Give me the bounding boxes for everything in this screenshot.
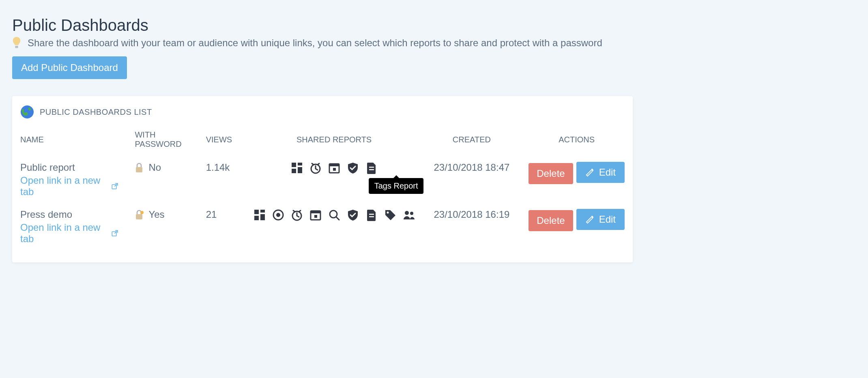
table-row: Public reportOpen link in a new tabNo1.1… [12,156,633,203]
views-value: 1.14k [198,156,245,203]
svg-rect-0 [15,46,18,48]
dashboard-name: Public report [20,162,118,173]
page-subtitle: Share the dashboard with your team or au… [28,37,602,49]
dashboard-report-icon[interactable] [254,209,266,223]
calendar-report-icon[interactable] [309,209,322,223]
edit-button[interactable]: Edit [576,209,625,230]
shield-report-icon[interactable] [347,209,359,223]
clock-report-icon[interactable] [309,162,322,176]
edit-button[interactable]: Edit [576,162,625,183]
doc-report-icon[interactable] [365,162,378,176]
col-with-password: WITH PASSWORD [127,125,198,156]
svg-point-4 [140,211,144,214]
delete-button[interactable]: Delete [529,210,573,231]
col-name: NAME [12,125,127,156]
open-link-new-tab[interactable]: Open link in a new tab [20,222,118,245]
dashboard-report-icon[interactable] [291,162,303,176]
with-password-value: Yes [148,209,164,220]
people-report-icon[interactable] [403,209,415,223]
dashboards-card: PUBLIC DASHBOARDS LIST NAME WITH PASSWOR… [12,96,633,262]
dashboards-table: NAME WITH PASSWORD VIEWS SHARED REPORTS … [12,125,633,250]
clock-report-icon[interactable] [291,209,303,223]
delete-button[interactable]: Delete [529,163,573,184]
col-views: VIEWS [198,125,245,156]
with-password-value: No [148,162,161,173]
svg-rect-2 [136,167,142,172]
shield-report-icon[interactable] [347,162,359,176]
lightbulb-icon [12,37,21,49]
dashboard-name: Press demo [20,209,118,220]
card-title: PUBLIC DASHBOARDS LIST [40,107,152,117]
views-value: 21 [198,203,245,250]
svg-rect-3 [136,214,142,219]
lock-closed-icon [135,209,144,220]
globe-icon [20,105,34,119]
page-title: Public Dashboards [12,16,633,34]
created-value: 23/10/2018 18:47 [423,156,521,203]
record-report-icon[interactable] [272,209,284,223]
add-public-dashboard-button[interactable]: Add Public Dashboard [12,56,127,79]
table-row: Press demoOpen link in a new tabYes2123/… [12,203,633,250]
col-actions: ACTIONS [520,125,633,156]
doc-report-icon[interactable] [365,209,378,223]
calendar-report-icon[interactable] [328,162,340,176]
search-report-icon[interactable] [328,209,340,223]
lock-open-icon [135,162,144,173]
created-value: 23/10/2018 16:19 [423,203,521,250]
tag-report-icon[interactable] [384,209,396,223]
col-created: CREATED [423,125,521,156]
col-shared-reports: SHARED REPORTS [245,125,423,156]
tooltip: Tags Report [369,178,424,194]
open-link-new-tab[interactable]: Open link in a new tab [20,175,118,198]
